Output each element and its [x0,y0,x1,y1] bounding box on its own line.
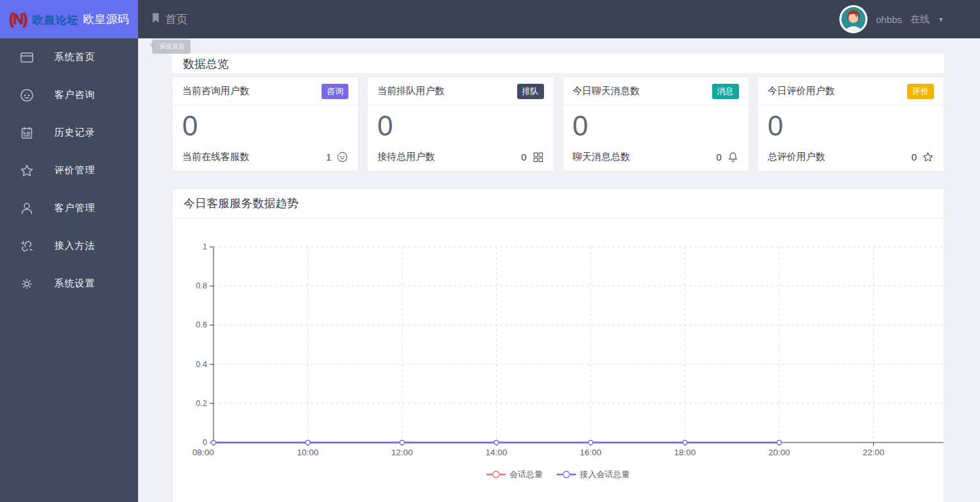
y-tick-label: 0.2 [196,399,207,408]
sidebar-item-consult[interactable]: 客户咨询 [0,76,138,114]
sidebar-item-label: 系统首页 [54,51,95,63]
stat-card-header: 当前排队用户数 排队 [368,77,553,106]
legend-marker-icon [557,470,576,479]
sidebar-item-home[interactable]: 系统首页 [0,38,138,76]
sidebar-item-ratings[interactable]: 评价管理 [0,152,138,189]
legend-marker-icon [486,470,506,479]
sidebar-item-customers[interactable]: 客户管理 [0,189,138,227]
status-badge: 咨询 [322,84,348,99]
legend-item[interactable]: 接入会话总量 [557,469,630,480]
sidebar: 系统首页 客户咨询 历史记录 评价管理 客户管理 [0,38,138,502]
sidebar-item-label: 接入方法 [54,240,95,252]
stat-card-title: 今日评价用户数 [768,85,835,97]
tab-home-label: 首页 [165,12,188,27]
smiley-icon [19,88,35,103]
legend-item[interactable]: 会话总量 [486,469,543,480]
stat-value: 0 [758,106,944,141]
chevron-down-icon: ▼ [938,16,944,23]
data-point-marker [212,441,216,445]
gear-icon [19,276,35,292]
status-badge: 消息 [712,84,739,99]
trend-chart: 00.20.40.60.8108:0010:0012:0014:0016:001… [173,218,944,466]
avatar [839,5,867,33]
stat-card-queue: 当前排队用户数 排队 0 接待总用户数 0 [367,77,554,171]
data-point-marker [306,441,310,445]
data-point-marker [683,441,687,445]
star-icon [922,151,934,163]
brand-logo[interactable]: (N) 欧皇论坛 欧皇源码 [0,0,138,38]
x-tick-label: 20:00 [768,448,790,457]
online-status: 在线 [910,13,929,26]
sidebar-item-integration[interactable]: 接入方法 [0,227,138,265]
stat-card-header: 当前咨询用户数 咨询 [173,77,358,106]
x-tick-label: 12:00 [391,448,413,457]
page-tag[interactable]: 系统首页 [152,40,191,54]
stat-card-header: 今日聊天消息数 消息 [563,77,749,106]
stat-card-footer: 当前在线客服数 1 [173,151,358,163]
legend-label: 会话总量 [509,469,543,480]
stat-card-footer: 接待总用户数 0 [368,151,553,163]
username: ohbbs [876,14,902,25]
sidebar-item-label: 客户咨询 [54,89,95,101]
stat-card-title: 当前咨询用户数 [182,85,249,97]
stat-value: 0 [173,106,358,141]
app-root: (N) 欧皇论坛 欧皇源码 首页 ohbbs 在线 ▼ [0,0,980,502]
grid-icon [532,151,544,163]
trend-chart-card: 今日客服服务数据趋势 00.20.40.60.8108:0010:0012:00… [172,189,944,502]
legend-label: 接入会话总量 [580,469,630,480]
y-tick-label: 1 [203,242,207,251]
stat-card-header: 今日评价用户数 评价 [758,77,944,106]
footer-value: 0 [521,152,526,162]
data-point-marker [494,441,499,445]
chart-title: 今日客服服务数据趋势 [173,196,299,211]
y-tick-label: 0.6 [196,320,207,329]
chart-header: 今日客服服务数据趋势 [173,189,944,218]
y-tick-label: 0.4 [196,360,207,369]
sidebar-item-label: 客户管理 [54,202,95,214]
stat-card-title: 今日聊天消息数 [573,85,640,97]
main-content: 系统首页 数据总览 当前咨询用户数 咨询 0 当前在线客服数 1 [138,38,980,502]
footer-label: 聊天消息总数 [573,151,630,163]
stat-card-ratings: 今日评价用户数 评价 0 总评价用户数 0 [758,77,944,171]
data-point-marker [589,441,593,445]
app-title: 欧皇源码 [83,12,129,27]
footer-label: 总评价用户数 [768,151,825,163]
brand-logo-site-text: 欧皇论坛 [32,12,78,27]
stat-value: 0 [368,106,553,141]
bell-icon [727,151,739,163]
status-badge: 排队 [517,84,544,99]
status-badge: 评价 [907,84,934,99]
footer-value: 0 [912,152,917,162]
stat-card-consulting: 当前咨询用户数 咨询 0 当前在线客服数 1 [172,77,359,171]
x-tick-label: 10:00 [297,448,319,457]
smiley-icon [336,151,348,163]
notebook-icon [19,125,35,141]
x-tick-label: 08:00 [192,448,214,457]
footer-value: 1 [326,152,331,162]
chart-legend: 会话总量接入会话总量 [173,469,944,480]
unlink-icon [19,239,35,254]
topbar: (N) 欧皇论坛 欧皇源码 首页 ohbbs 在线 ▼ [0,0,980,38]
tab-home[interactable]: 首页 [151,12,188,27]
x-tick-label: 14:00 [486,448,508,457]
bookmark-icon [151,12,160,27]
stat-card-messages: 今日聊天消息数 消息 0 聊天消息总数 0 [563,77,749,171]
x-tick-label: 22:00 [863,448,885,457]
y-tick-label: 0 [203,438,207,447]
data-point-marker [400,441,405,445]
sidebar-item-label: 历史记录 [54,127,95,139]
sidebar-item-settings[interactable]: 系统设置 [0,265,138,302]
x-tick-label: 16:00 [580,448,602,457]
footer-value: 0 [716,152,721,162]
x-tick-label: 18:00 [674,448,696,457]
footer-label: 当前在线客服数 [182,151,249,163]
sidebar-item-label: 系统设置 [54,278,95,290]
stat-cards-row: 当前咨询用户数 咨询 0 当前在线客服数 1 当前排队用户数 [172,77,944,171]
stat-card-footer: 聊天消息总数 0 [563,151,749,163]
user-menu[interactable]: ohbbs 在线 ▼ [839,5,980,33]
sidebar-item-history[interactable]: 历史记录 [0,114,138,152]
overview-panel: 数据总览 [172,54,944,74]
window-icon [19,50,35,65]
user-icon [19,201,35,216]
stat-card-title: 当前排队用户数 [377,85,444,97]
